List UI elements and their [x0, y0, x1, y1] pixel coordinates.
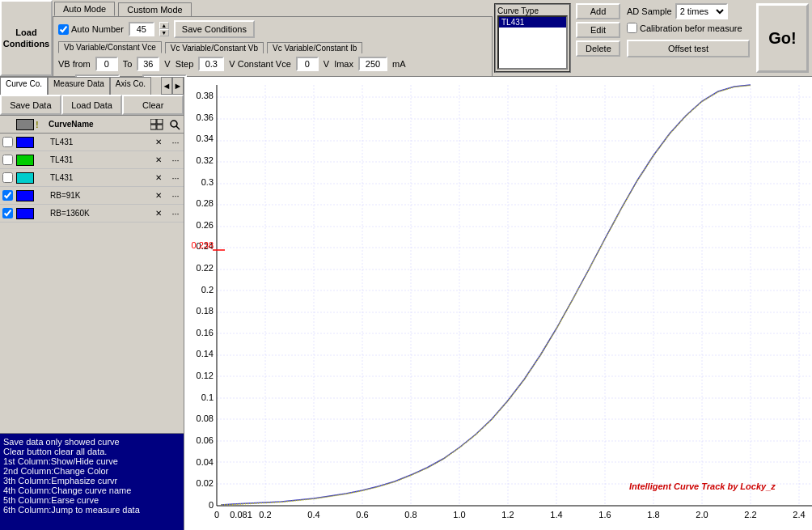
- curve-1-name: TL431: [49, 138, 150, 146]
- vb-to-label: To: [123, 59, 133, 69]
- svg-text:1.2: 1.2: [501, 510, 514, 519]
- curve-5-name: RB=1360K: [49, 209, 150, 218]
- tab-vb-variable[interactable]: Vb Variable/Constant Vce: [58, 41, 162, 53]
- auto-number-down[interactable]: ▼: [159, 29, 169, 36]
- svg-rect-2: [150, 125, 156, 129]
- curve-row-3: TL431 ✕ ···: [0, 169, 184, 187]
- curve-1-visible[interactable]: [2, 137, 13, 147]
- tab-prev-arrow[interactable]: ◄: [161, 77, 172, 95]
- svg-text:0.06: 0.06: [197, 435, 214, 445]
- curve-5-visible[interactable]: [2, 208, 13, 218]
- auto-number-checkbox-label: Auto Number: [58, 24, 124, 35]
- info-line-7: 5th Column:Earse curve: [3, 495, 180, 505]
- col-header-name: CurveName: [49, 120, 148, 129]
- curve-3-color[interactable]: [16, 172, 34, 184]
- info-line-8: 6th Column:Jump to measure data: [3, 505, 180, 515]
- tab-custom-mode[interactable]: Custom Mode: [118, 2, 191, 16]
- svg-text:0.18: 0.18: [197, 306, 214, 316]
- curve-1-color[interactable]: [16, 137, 34, 148]
- tab-measure-data[interactable]: Measure Data: [48, 77, 110, 95]
- svg-text:0: 0: [214, 510, 219, 519]
- svg-text:1.6: 1.6: [598, 510, 611, 519]
- clear-button[interactable]: Clear: [122, 95, 184, 115]
- offset-test-button[interactable]: Offset test: [627, 40, 750, 57]
- step-input[interactable]: [198, 57, 224, 71]
- curve-3-visible[interactable]: [2, 172, 13, 183]
- vb-from-input[interactable]: [95, 57, 118, 71]
- calibration-label: Calibration befor measure: [640, 23, 742, 33]
- tab-next-arrow[interactable]: ►: [172, 77, 184, 95]
- tab-axis-co[interactable]: Axis Co.: [110, 77, 151, 95]
- save-conditions-button[interactable]: Save Conditions: [174, 20, 255, 38]
- tab-curve-control[interactable]: Curve Co.: [0, 77, 48, 95]
- auto-number-up[interactable]: ▲: [159, 22, 169, 29]
- edit-curve-button[interactable]: Edit: [576, 22, 620, 38]
- save-data-button[interactable]: Save Data: [0, 95, 61, 115]
- curve-2-name: TL431: [49, 155, 150, 164]
- imax-input[interactable]: [358, 57, 387, 71]
- tab-vc-ib[interactable]: Vc Variable/Constant Ib: [267, 42, 362, 53]
- tab-vc-variable[interactable]: Vc Variable/Constant Vb: [165, 42, 264, 53]
- svg-text:0.38: 0.38: [197, 91, 214, 100]
- curve-3-more[interactable]: ···: [167, 173, 184, 183]
- load-conditions-button[interactable]: Load Conditions: [0, 0, 53, 76]
- curve-5-delete[interactable]: ✕: [150, 209, 167, 218]
- svg-text:0.6: 0.6: [356, 510, 368, 519]
- col-header-grid[interactable]: [148, 119, 166, 130]
- v-label-1: V: [164, 59, 170, 69]
- curve-4-delete[interactable]: ✕: [150, 191, 167, 200]
- curve-4-more[interactable]: ···: [167, 191, 184, 201]
- col-header-em: !: [36, 120, 49, 129]
- svg-text:2.4: 2.4: [793, 510, 805, 519]
- info-line-2: Clear button clear all data.: [3, 447, 180, 456]
- curve-2-delete[interactable]: ✕: [150, 155, 167, 164]
- svg-text:0: 0: [209, 500, 214, 510]
- ad-sample-select[interactable]: 2 times 1 times 4 times 8 times: [675, 3, 728, 19]
- svg-text:0.4: 0.4: [307, 510, 319, 519]
- curve-5-color[interactable]: [16, 208, 34, 219]
- auto-number-input[interactable]: [129, 22, 154, 36]
- svg-text:1.8: 1.8: [647, 510, 659, 519]
- curve-4-visible[interactable]: [2, 190, 13, 201]
- curve-row-2: TL431 ✕ ···: [0, 151, 184, 169]
- add-curve-button[interactable]: Add: [576, 3, 620, 19]
- svg-text:2.0: 2.0: [696, 510, 708, 519]
- svg-text:2.2: 2.2: [744, 510, 756, 519]
- go-button[interactable]: Go!: [756, 3, 809, 73]
- curve-3-delete[interactable]: ✕: [150, 173, 167, 182]
- delete-curve-button[interactable]: Delete: [576, 40, 620, 57]
- svg-text:0.14: 0.14: [197, 349, 214, 358]
- info-line-4: 2nd Column:Change Color: [3, 466, 180, 476]
- calibration-checkbox[interactable]: [627, 23, 637, 33]
- curve-4-color[interactable]: [16, 190, 34, 201]
- v-constant-vce-input[interactable]: [296, 57, 319, 71]
- curve-5-more[interactable]: ···: [167, 209, 184, 218]
- curve-1-more[interactable]: ···: [167, 138, 184, 147]
- curve-2-visible[interactable]: [2, 155, 13, 165]
- svg-rect-1: [157, 119, 163, 124]
- curve-row-1: TL431 ✕ ···: [0, 134, 184, 151]
- curve-type-header: Curve Type: [497, 6, 568, 15]
- curve-2-more[interactable]: ···: [167, 155, 184, 165]
- load-data-button[interactable]: Load Data: [61, 95, 123, 115]
- svg-text:0.36: 0.36: [197, 112, 214, 122]
- svg-text:0.28: 0.28: [197, 198, 214, 208]
- curve-row-5: RB=1360K ✕ ···: [0, 205, 184, 223]
- vb-to-input[interactable]: [137, 57, 159, 71]
- info-line-3: 1st Column:Show/Hide curve: [3, 456, 180, 466]
- svg-line-5: [176, 126, 180, 129]
- svg-text:0.26: 0.26: [197, 220, 214, 230]
- info-line-5: 3th Column:Emphasize curvr: [3, 476, 180, 485]
- svg-text:0.238: 0.238: [191, 240, 214, 250]
- svg-text:0.08: 0.08: [197, 413, 214, 423]
- auto-number-checkbox[interactable]: [58, 24, 69, 35]
- curve-2-color[interactable]: [16, 155, 34, 166]
- svg-text:1.0: 1.0: [453, 510, 465, 519]
- curve-list-item[interactable]: TL431: [499, 17, 566, 28]
- svg-text:0.34: 0.34: [197, 134, 214, 143]
- vb-from-label: VB from: [58, 59, 91, 69]
- v-constant-vce-label: V Constant Vce: [229, 59, 290, 69]
- svg-text:0.8: 0.8: [404, 510, 417, 519]
- curve-1-delete[interactable]: ✕: [150, 138, 167, 146]
- tab-auto-mode[interactable]: Auto Mode: [54, 2, 115, 16]
